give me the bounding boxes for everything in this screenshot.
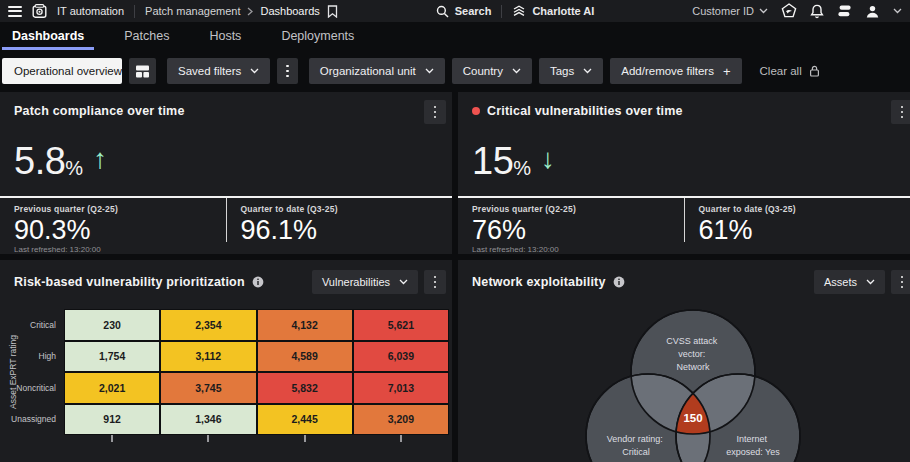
- heatmap-cell[interactable]: 4,132: [257, 309, 353, 341]
- panel-risk-heatmap: Risk-based vulnerability prioritization …: [0, 260, 452, 462]
- panel-title: Risk-based vulnerability prioritization: [14, 275, 245, 289]
- saved-filters-label: Saved filters: [178, 65, 241, 77]
- unit-selector-value: Assets: [824, 276, 857, 288]
- charlotte-ai-button[interactable]: Charlotte AI: [512, 4, 594, 18]
- customer-id-label: Customer ID: [692, 5, 754, 17]
- breadcrumb-patch-management[interactable]: Patch management: [145, 5, 240, 17]
- filter-bar: Operational overview Saved filters Organ…: [2, 58, 910, 84]
- dashboard-layout-icon: [135, 64, 150, 79]
- heatmap-row-noncritical: Noncritical 2,021 3,745 5,832 7,013: [0, 372, 449, 404]
- heatmap-cell[interactable]: 3,209: [353, 404, 449, 436]
- charlotte-ai-label: Charlotte AI: [532, 5, 594, 17]
- critical-status-dot-icon: [472, 107, 480, 115]
- heatmap-cell[interactable]: 5,621: [353, 309, 449, 341]
- heatmap-chart: Asset ExPRT rating Critical 230 2,354 4,…: [0, 309, 452, 443]
- tags-filter[interactable]: Tags: [539, 58, 603, 84]
- dashboard-layout-button[interactable]: [129, 58, 156, 84]
- view-select-dropdown[interactable]: Operational overview: [2, 58, 122, 84]
- panel-menu-button[interactable]: [891, 270, 910, 294]
- stat-label: Quarter to date (Q3-25): [241, 204, 453, 214]
- heatmap-cell[interactable]: 2,445: [257, 404, 353, 436]
- saved-filters-dropdown[interactable]: Saved filters: [167, 58, 270, 84]
- user-profile-icon[interactable]: [865, 4, 880, 19]
- delta-value: 15: [472, 142, 513, 180]
- stat-quarter-to-date: Quarter to date (Q3-25) 61%: [684, 198, 910, 242]
- chevron-down-icon: [250, 68, 259, 74]
- stat-label: Previous quarter (Q2-25): [472, 204, 684, 214]
- heatmap-cell[interactable]: 4,589: [257, 341, 353, 373]
- panel-menu-button[interactable]: [424, 100, 446, 124]
- heatmap-row-critical: Critical 230 2,354 4,132 5,621: [0, 309, 449, 341]
- lock-icon: [809, 65, 820, 77]
- venn-diagram[interactable]: CVSS attack vector: Network 150 Vendor r…: [458, 296, 910, 462]
- stat-label: Quarter to date (Q3-25): [699, 204, 910, 214]
- heatmap-cell[interactable]: 3,112: [160, 341, 256, 373]
- tab-bar: Dashboards Patches Hosts Deployments: [0, 22, 910, 50]
- tab-dashboards[interactable]: Dashboards: [10, 22, 86, 50]
- add-remove-filters-label: Add/remove filters: [621, 65, 714, 77]
- add-remove-filters-button[interactable]: Add/remove filters +: [610, 58, 741, 84]
- bookmark-icon[interactable]: [327, 5, 338, 18]
- heatmap-cell[interactable]: 912: [64, 404, 160, 436]
- search-icon: [436, 5, 449, 18]
- heatmap-cell[interactable]: 1,346: [160, 404, 256, 436]
- unit-selector-dropdown[interactable]: Vulnerabilities: [312, 270, 418, 294]
- stat-value: 61%: [699, 216, 910, 244]
- customer-id-dropdown[interactable]: Customer ID: [692, 5, 768, 17]
- heatmap-row-unassigned: Unassigned 912 1,346 2,445 3,209: [0, 404, 449, 436]
- stat-previous-quarter: Previous quarter (Q2-25) 90.3%: [0, 198, 226, 242]
- dashboard-grid: Patch compliance over time 5.8 % ↑ Previ…: [0, 92, 910, 462]
- top-nav: IT automation Patch management Dashboard…: [0, 0, 910, 22]
- breadcrumb: Patch management Dashboards: [145, 5, 338, 18]
- info-icon[interactable]: [613, 276, 625, 288]
- heatmap-cell[interactable]: 7,013: [353, 372, 449, 404]
- heatmap-y-axis-label: Asset ExPRT rating: [8, 335, 18, 409]
- nav-divider: [134, 5, 135, 18]
- heatmap-cell[interactable]: 3,745: [160, 372, 256, 404]
- it-automation-app-icon[interactable]: [32, 4, 47, 19]
- tab-patches[interactable]: Patches: [122, 22, 171, 50]
- venn-center-value: 150: [683, 412, 702, 424]
- country-filter[interactable]: Country: [452, 58, 532, 84]
- plus-icon: +: [723, 64, 731, 79]
- panel-menu-button[interactable]: [424, 270, 446, 294]
- chevron-right-icon: [247, 7, 253, 16]
- delta-unit: %: [65, 157, 83, 180]
- search-button[interactable]: Search: [436, 5, 492, 18]
- unit-selector-dropdown[interactable]: Assets: [814, 270, 885, 294]
- heatmap-cell[interactable]: 230: [64, 309, 160, 341]
- stat-previous-quarter: Previous quarter (Q2-25) 76%: [458, 198, 684, 242]
- panel-title: Network exploitability: [472, 275, 606, 289]
- falcon-badge-icon[interactable]: [781, 3, 797, 19]
- unit-selector-value: Vulnerabilities: [322, 276, 390, 288]
- delta-indicator: 15 % ↓: [472, 142, 910, 184]
- notifications-bell-icon[interactable]: [810, 4, 824, 19]
- panel-network-exploitability: Network exploitability Assets: [458, 260, 910, 462]
- chevron-down-icon[interactable]: [893, 8, 902, 14]
- nav-divider: [501, 5, 502, 18]
- filter-overflow-menu-button[interactable]: [277, 58, 298, 84]
- heatmap-cell[interactable]: 5,832: [257, 372, 353, 404]
- stat-value: 76%: [472, 216, 684, 244]
- heatmap-cell[interactable]: 6,039: [353, 341, 449, 373]
- panel-menu-button[interactable]: [891, 100, 910, 124]
- hamburger-menu-icon[interactable]: [8, 6, 22, 17]
- panel-title: Patch compliance over time: [14, 104, 185, 118]
- clear-all-button[interactable]: Clear all: [749, 58, 831, 84]
- heatmap-cell[interactable]: 1,754: [64, 341, 160, 373]
- heatmap-cell[interactable]: 2,021: [64, 372, 160, 404]
- stat-label: Previous quarter (Q2-25): [14, 204, 226, 214]
- delta-unit: %: [513, 157, 531, 180]
- info-icon[interactable]: [252, 276, 264, 288]
- trend-up-arrow-icon: ↑: [93, 142, 107, 176]
- chevron-down-icon: [866, 279, 875, 285]
- tab-hosts[interactable]: Hosts: [207, 22, 243, 50]
- organizational-unit-filter[interactable]: Organizational unit: [309, 58, 445, 84]
- tab-deployments[interactable]: Deployments: [279, 22, 356, 50]
- apps-stack-icon[interactable]: [837, 4, 852, 18]
- heatmap-cell[interactable]: 2,354: [160, 309, 256, 341]
- breadcrumb-dashboards[interactable]: Dashboards: [260, 5, 319, 17]
- stat-quarter-to-date: Quarter to date (Q3-25) 96.1%: [226, 198, 453, 242]
- chevron-down-icon: [399, 279, 408, 285]
- kebab-icon: [901, 106, 904, 119]
